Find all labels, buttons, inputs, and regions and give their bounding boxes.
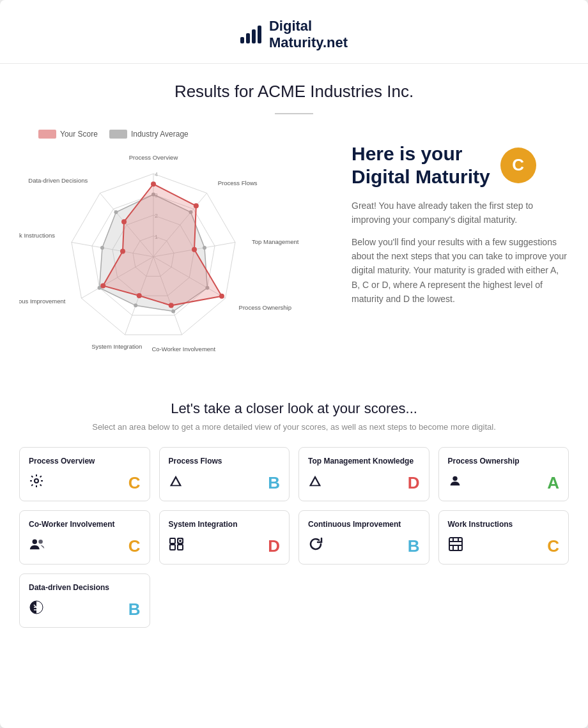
svg-point-48 — [33, 540, 37, 544]
svg-rect-55 — [449, 538, 462, 550]
radar-chart: 1234Process OverviewProcess FlowsTop Man… — [19, 145, 300, 375]
bar3 — [252, 29, 256, 43]
svg-point-28 — [151, 181, 156, 186]
card-bottom: D — [169, 536, 281, 556]
score-card-6[interactable]: Continuous Improvement B — [298, 510, 429, 565]
legend-industry-avg-box — [109, 130, 127, 139]
svg-point-20 — [203, 246, 206, 250]
svg-text:Data-driven Decisions: Data-driven Decisions — [28, 177, 88, 184]
svg-text:Co-Worker Involvement: Co-Worker Involvement — [151, 345, 215, 353]
scores-section: Let's take a closer look at your scores.… — [0, 377, 588, 628]
scores-subtitle: Select an area below to get a more detai… — [19, 422, 569, 432]
card-title: Data-driven Decisions — [29, 583, 141, 592]
cards-grid: Process Overview C Process Flows B Top M… — [19, 447, 569, 565]
card-bottom: D — [308, 473, 420, 493]
scores-title: Let's take a closer look at your scores.… — [19, 400, 569, 417]
svg-text:Process Flows: Process Flows — [218, 179, 258, 186]
svg-point-32 — [169, 303, 174, 308]
grade-title: Here is your Digital Maturity — [352, 142, 490, 188]
card-grade: D — [408, 473, 420, 493]
svg-point-25 — [100, 246, 104, 250]
card-grade: C — [547, 536, 559, 556]
logo-text: Digital Maturity.net — [269, 18, 348, 52]
svg-text:Work Instructions: Work Instructions — [19, 232, 55, 239]
card-icon — [308, 474, 322, 492]
divider — [275, 113, 313, 114]
svg-rect-52 — [170, 545, 175, 550]
svg-text:Process Ownership: Process Ownership — [239, 304, 291, 311]
card-grade: C — [128, 473, 141, 493]
grade-desc2: Below you'll find your results with a fe… — [352, 235, 569, 307]
svg-text:Process Overview: Process Overview — [129, 154, 178, 161]
page: Digital Maturity.net Results for ACME In… — [0, 0, 588, 728]
svg-text:Top Management Knowledge: Top Management Knowledge — [252, 238, 300, 245]
card-title: Process Overview — [29, 457, 141, 466]
results-title: Results for ACME Industries Inc. — [0, 82, 588, 102]
score-card-5[interactable]: System Integration D — [159, 510, 290, 565]
svg-point-46 — [35, 479, 38, 483]
bar4 — [258, 26, 261, 43]
svg-point-30 — [192, 246, 197, 252]
logo-line1: Digital — [269, 18, 348, 34]
bar2 — [246, 33, 250, 43]
card-bottom: C — [29, 473, 141, 493]
card-grade: B — [408, 536, 420, 556]
header: Digital Maturity.net — [0, 0, 588, 64]
svg-point-23 — [134, 303, 137, 307]
score-card-3[interactable]: Process Ownership A — [438, 447, 569, 501]
legend-your-score-box — [38, 130, 56, 139]
chart-area: Your Score Industry Average 1234Process … — [19, 130, 339, 377]
card-title: Co-Worker Involvement — [29, 520, 141, 529]
score-card-2[interactable]: Top Management Knowledge D — [298, 447, 429, 501]
cards-grid-single: Data-driven Decisions B — [19, 573, 569, 628]
svg-point-49 — [38, 540, 43, 544]
legend-your-score-label: Your Score — [60, 130, 98, 139]
logo-line2: Maturity.net — [269, 34, 348, 51]
card-icon — [448, 474, 462, 492]
bar1 — [240, 37, 244, 43]
card-icon — [308, 536, 323, 556]
logo-icon — [240, 26, 261, 43]
legend: Your Score Industry Average — [38, 130, 339, 139]
card-grade: C — [128, 536, 141, 556]
score-card-8[interactable]: Data-driven Decisions B — [19, 573, 150, 628]
card-icon — [29, 537, 45, 555]
svg-text:Continuous Improvement: Continuous Improvement — [19, 298, 66, 305]
card-bottom: B — [29, 600, 141, 619]
svg-point-36 — [121, 219, 127, 224]
svg-text:4: 4 — [155, 171, 158, 178]
card-icon — [29, 600, 44, 619]
score-card-1[interactable]: Process Flows B — [159, 447, 290, 501]
grade-desc1: Great! You have already taken the first … — [352, 199, 569, 227]
card-title: Process Flows — [169, 457, 281, 466]
grade-row: Here is your Digital Maturity C — [352, 142, 569, 188]
card-grade: B — [128, 600, 141, 619]
card-title: Continuous Improvement — [308, 520, 420, 529]
card-bottom: C — [29, 536, 141, 556]
svg-point-29 — [194, 203, 199, 208]
card-title: Work Instructions — [448, 520, 560, 529]
card-bottom: C — [448, 536, 560, 556]
card-icon — [448, 536, 463, 556]
card-grade: A — [547, 473, 559, 493]
svg-point-47 — [453, 476, 457, 481]
svg-rect-50 — [170, 538, 175, 543]
svg-text:System Integration: System Integration — [91, 343, 142, 350]
card-bottom: B — [308, 536, 420, 556]
main-section: Your Score Industry Average 1234Process … — [0, 130, 588, 377]
svg-point-26 — [114, 210, 118, 214]
legend-industry-avg-label: Industry Average — [131, 130, 189, 139]
score-card-0[interactable]: Process Overview C — [19, 447, 150, 501]
score-card-4[interactable]: Co-Worker Involvement C — [19, 510, 150, 565]
svg-point-22 — [171, 309, 175, 313]
score-card-7[interactable]: Work Instructions C — [438, 510, 569, 565]
svg-point-35 — [120, 248, 125, 254]
card-bottom: A — [448, 473, 560, 493]
card-grade: B — [268, 473, 280, 493]
card-title: Process Ownership — [448, 457, 560, 466]
right-panel: Here is your Digital Maturity C Great! Y… — [352, 130, 569, 314]
svg-point-33 — [137, 293, 142, 298]
legend-your-score: Your Score — [38, 130, 98, 139]
svg-point-34 — [100, 283, 105, 288]
svg-point-31 — [219, 294, 224, 299]
